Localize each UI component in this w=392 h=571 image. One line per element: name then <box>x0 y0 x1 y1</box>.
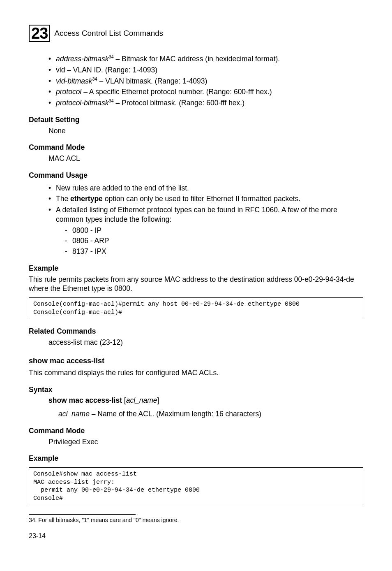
page-header: 23 Access Control List Commands <box>29 25 363 42</box>
text: A detailed listing of Ethernet protocol … <box>56 206 337 223</box>
chapter-number-badge: 23 <box>29 25 50 42</box>
param-desc: – Name of the ACL. (Maximum length: 16 c… <box>90 410 261 418</box>
example-description: This rule permits packets from any sourc… <box>29 275 363 294</box>
command-mode-body: Privileged Exec <box>29 437 363 447</box>
param-name: acl_name <box>58 410 90 418</box>
example-heading: Example <box>29 454 363 463</box>
page-number: 23-14 <box>29 532 363 541</box>
example-heading: Example <box>29 264 363 273</box>
protocol-type: 0800 - IP <box>65 226 363 235</box>
syntax-line: show mac access-list [acl_name] <box>29 396 363 405</box>
code-example: Console(config-mac-acl)#permit any host … <box>29 297 363 319</box>
usage-item: The ethertype option can only be used to… <box>48 194 363 204</box>
param-desc: – Bitmask for MAC address (in hexidecima… <box>114 55 280 63</box>
syntax-param-desc: acl_name – Name of the ACL. (Maximum len… <box>29 409 363 419</box>
command-heading: show mac access-list <box>29 356 363 366</box>
command-mode-heading: Command Mode <box>29 426 363 436</box>
footnote-ref: 34 <box>108 54 113 59</box>
parameter-list: address-bitmask34 – Bitmask for MAC addr… <box>29 54 363 108</box>
footnote-text: 34. For all bitmasks, "1" means care and… <box>29 516 363 524</box>
syntax-command: show mac access-list <box>48 396 122 404</box>
code-example: Console#show mac access-list MAC access-… <box>29 467 363 505</box>
header-title: Access Control List Commands <box>54 28 163 39</box>
related-commands-body: access-list mac (23-12) <box>29 338 363 347</box>
syntax-bracket: [ <box>122 396 126 404</box>
param-address-bitmask: address-bitmask34 – Bitmask for MAC addr… <box>48 54 363 64</box>
param-desc: vid – VLAN ID. (Range: 1-4093) <box>56 66 157 74</box>
command-mode-heading: Command Mode <box>29 143 363 152</box>
param-name: address-bitmask <box>56 55 108 63</box>
text: The <box>56 195 70 203</box>
param-name: protocol-bitmask <box>56 99 108 107</box>
usage-list: New rules are added to the end of the li… <box>29 183 363 256</box>
syntax-heading: Syntax <box>29 385 363 395</box>
param-desc: – Protocol bitmask. (Range: 600-fff hex.… <box>114 99 244 107</box>
keyword-ethertype: ethertype <box>70 195 103 203</box>
usage-item: New rules are added to the end of the li… <box>48 183 363 193</box>
param-vid: vid – VLAN ID. (Range: 1-4093) <box>48 65 363 75</box>
param-name: protocol <box>56 88 81 96</box>
param-desc: – VLAN bitmask. (Range: 1-4093) <box>97 77 208 85</box>
related-commands-heading: Related Commands <box>29 327 363 336</box>
syntax-bracket: ] <box>157 396 159 404</box>
command-mode-body: MAC ACL <box>29 154 363 163</box>
param-desc: – A specific Ethernet protocol number. (… <box>81 88 272 96</box>
protocol-type-list: 0800 - IP 0806 - ARP 8137 - IPX <box>56 226 363 256</box>
param-protocol-bitmask: protocol-bitmask34 – Protocol bitmask. (… <box>48 98 363 108</box>
usage-item: A detailed listing of Ethernet protocol … <box>48 205 363 256</box>
param-name: vid-bitmask <box>56 77 92 85</box>
footnote-ref: 34 <box>92 77 97 81</box>
protocol-type: 8137 - IPX <box>65 247 363 256</box>
param-vid-bitmask: vid-bitmask34 – VLAN bitmask. (Range: 1-… <box>48 77 363 86</box>
default-setting-heading: Default Setting <box>29 115 363 125</box>
default-setting-body: None <box>29 126 363 136</box>
syntax-arg: acl_name <box>126 396 157 404</box>
command-description: This command displays the rules for conf… <box>29 368 363 378</box>
param-protocol: protocol – A specific Ethernet protocol … <box>48 87 363 97</box>
protocol-type: 0806 - ARP <box>65 236 363 246</box>
footnote-ref: 34 <box>108 98 113 103</box>
footnote-separator <box>29 514 136 515</box>
text: option can only be used to filter Ethern… <box>103 195 301 203</box>
command-usage-heading: Command Usage <box>29 171 363 180</box>
